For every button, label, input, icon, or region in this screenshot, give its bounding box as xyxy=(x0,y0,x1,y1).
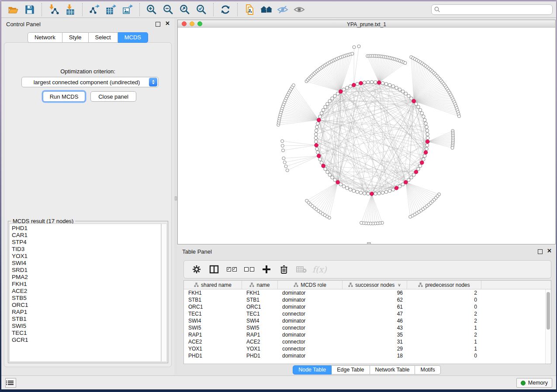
graph-node[interactable] xyxy=(352,189,356,193)
graph-node[interactable] xyxy=(316,122,320,125)
mcds-result-item[interactable]: FKH1 xyxy=(12,281,161,288)
graph-node[interactable] xyxy=(426,144,429,147)
delete-column-button[interactable] xyxy=(277,263,291,276)
graph-node[interactable] xyxy=(315,129,318,133)
graph-leaf-node[interactable] xyxy=(357,45,360,48)
graph-mcds-node[interactable] xyxy=(359,81,363,85)
graph-node[interactable] xyxy=(384,190,388,194)
graph-mcds-node[interactable] xyxy=(424,151,428,155)
graph-node[interactable] xyxy=(359,191,363,195)
cell-MCDS-role[interactable]: dominator xyxy=(278,352,343,359)
tab-node-table[interactable]: Node Table xyxy=(293,365,332,375)
graph-node[interactable] xyxy=(326,102,329,106)
graph-node[interactable] xyxy=(391,188,395,192)
graph-node[interactable] xyxy=(423,118,426,122)
close-icon[interactable]: ✕ xyxy=(547,248,552,254)
tab-select[interactable]: Select xyxy=(89,32,118,43)
graph-node[interactable] xyxy=(318,158,322,161)
graph-node[interactable] xyxy=(407,94,411,98)
graph-node[interactable] xyxy=(374,81,377,84)
show-all-button[interactable] xyxy=(291,3,308,17)
mcds-result-item[interactable]: STP4 xyxy=(12,239,161,246)
window-minimize-light[interactable] xyxy=(190,21,194,26)
cell-name[interactable]: YOX1 xyxy=(242,345,278,352)
graph-node[interactable] xyxy=(342,88,346,91)
table-row[interactable]: PHD1PHD1dominator180 xyxy=(184,352,545,359)
graph-node[interactable] xyxy=(419,108,422,112)
graph-node[interactable] xyxy=(349,188,352,192)
graph-node[interactable] xyxy=(315,147,319,151)
graph-mcds-node[interactable] xyxy=(394,186,398,190)
table-row[interactable]: SWI4SWI4dominator462 xyxy=(184,317,545,324)
graph-leaf-node[interactable] xyxy=(281,144,284,147)
cell-MCDS-role[interactable]: connector xyxy=(278,338,343,345)
mcds-result-item[interactable]: SRD1 xyxy=(12,267,161,274)
graph-node[interactable] xyxy=(374,192,377,196)
graph-leaf-node[interactable] xyxy=(451,146,454,149)
graph-node[interactable] xyxy=(356,190,359,194)
home-layout-button[interactable] xyxy=(258,3,274,17)
mcds-result-item[interactable]: GCR1 xyxy=(12,337,161,344)
graph-leaf-node[interactable] xyxy=(360,221,363,224)
graph-node[interactable] xyxy=(316,151,320,154)
cell-successor-nodes[interactable]: 35 xyxy=(343,331,407,338)
cell-shared-name[interactable]: RAP1 xyxy=(184,331,242,338)
cell-MCDS-role[interactable]: dominator xyxy=(278,303,343,310)
network-window-titlebar[interactable]: YPA_prune.txt_1 xyxy=(178,20,555,28)
graph-leaf-node[interactable] xyxy=(282,149,285,152)
cell-name[interactable]: PHD1 xyxy=(242,352,278,359)
graph-node[interactable] xyxy=(346,186,349,190)
mcds-result-item[interactable]: RAP1 xyxy=(12,309,161,316)
scrollbar-thumb[interactable] xyxy=(547,292,550,330)
column-header-successor-nodes[interactable]: successor nodes∨ xyxy=(343,281,407,289)
graph-node[interactable] xyxy=(398,185,401,188)
cell-shared-name[interactable]: ACE2 xyxy=(184,338,242,345)
tab-edge-table[interactable]: Edge Table xyxy=(332,365,370,375)
graph-node[interactable] xyxy=(333,94,337,98)
tab-style[interactable]: Style xyxy=(62,32,89,43)
column-header-predecessor-nodes[interactable]: predecessor nodes xyxy=(407,281,481,289)
open-file-button[interactable] xyxy=(5,3,21,17)
graph-node[interactable] xyxy=(426,133,429,136)
function-builder-button[interactable]: f(x) xyxy=(312,263,327,276)
cell-name[interactable]: FKH1 xyxy=(242,289,278,296)
float-window-icon[interactable] xyxy=(538,249,543,254)
table-row[interactable]: ACE2ACE2connector311 xyxy=(184,338,545,345)
cell-predecessor-nodes[interactable]: 1 xyxy=(407,345,481,352)
table-row[interactable]: RAP1RAP1dominator352 xyxy=(184,331,545,338)
vertical-splitter[interactable] xyxy=(174,18,177,375)
add-column-button[interactable] xyxy=(260,263,273,276)
graph-node[interactable] xyxy=(320,161,323,165)
table-scrollbar[interactable] xyxy=(545,289,551,364)
cell-MCDS-role[interactable]: dominator xyxy=(278,331,343,338)
cell-name[interactable]: ORC1 xyxy=(242,303,278,310)
mcds-result-list[interactable]: PHD1CAR1STP4TID3YOX1SWI4SRD1PMA2FKH1ACE2… xyxy=(9,224,161,362)
graph-mcds-node[interactable] xyxy=(317,154,321,158)
cell-MCDS-role[interactable]: dominator xyxy=(278,296,343,303)
zoom-fit-button[interactable] xyxy=(176,3,193,17)
cell-predecessor-nodes[interactable]: 0 xyxy=(407,296,481,303)
graph-node[interactable] xyxy=(315,125,319,129)
graph-node[interactable] xyxy=(346,86,349,89)
cell-name[interactable]: TEC1 xyxy=(242,310,278,317)
graph-mcds-node[interactable] xyxy=(370,192,374,196)
cell-predecessor-nodes[interactable]: 2 xyxy=(407,310,481,317)
graph-node[interactable] xyxy=(314,136,318,140)
mcds-result-item[interactable]: SWI4 xyxy=(12,260,161,267)
graph-node[interactable] xyxy=(417,105,420,109)
column-header-shared-name[interactable]: shared name xyxy=(184,281,242,289)
run-mcds-button[interactable]: Run MCDS xyxy=(43,91,85,102)
graph-node[interactable] xyxy=(349,85,352,88)
graph-mcds-node[interactable] xyxy=(420,161,424,165)
graph-node[interactable] xyxy=(370,80,374,84)
graph-node[interactable] xyxy=(377,192,381,195)
graph-node[interactable] xyxy=(425,125,429,129)
graph-mcds-node[interactable] xyxy=(377,81,381,85)
task-history-button[interactable] xyxy=(5,378,16,388)
hide-selected-button[interactable] xyxy=(274,3,291,17)
close-icon[interactable]: ✕ xyxy=(165,20,170,27)
float-window-icon[interactable] xyxy=(156,22,160,27)
graph-leaf-node[interactable] xyxy=(284,165,287,168)
delete-table-button[interactable] xyxy=(295,263,308,276)
table-row[interactable]: ORC1ORC1dominator610 xyxy=(184,303,545,310)
